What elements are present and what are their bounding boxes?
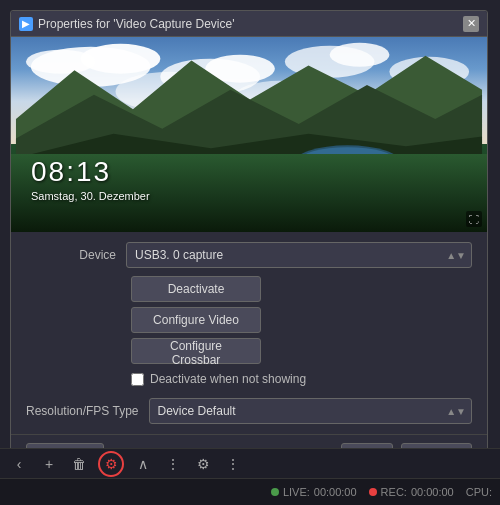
device-select-wrapper: USB3. 0 capture ▲▼ — [126, 242, 472, 268]
dialog-content: Device USB3. 0 capture ▲▼ Deactivate Con… — [11, 232, 487, 434]
rec-label: REC: — [381, 486, 407, 498]
bottom-toolbar: ‹ + 🗑 ⚙ ∧ ⋮ ⚙ ⋮ — [0, 448, 500, 478]
gear-active-button[interactable]: ⚙ — [98, 451, 124, 477]
dialog-close-button[interactable]: ✕ — [463, 16, 479, 32]
toolbar-up-button[interactable]: ∧ — [132, 453, 154, 475]
resolution-row: Resolution/FPS Type Device Default ▲▼ — [26, 398, 472, 424]
live-dot — [271, 488, 279, 496]
date-display: Samstag, 30. Dezember — [31, 190, 150, 202]
deactivate-checkbox-row: Deactivate when not showing — [26, 372, 472, 386]
rec-dot — [369, 488, 377, 496]
dialog-titlebar: ▶ Properties for 'Video Capture Device' … — [11, 11, 487, 37]
configure-video-button[interactable]: Configure Video — [131, 307, 261, 333]
more2-icon: ⋮ — [226, 456, 240, 472]
resolution-select-wrapper: Device Default ▲▼ — [149, 398, 472, 424]
time-overlay: 08:13 Samstag, 30. Dezember — [31, 156, 150, 202]
resolution-select[interactable]: Device Default — [149, 398, 472, 424]
configure-crossbar-button[interactable]: Configure Crossbar — [131, 338, 261, 364]
chevron-left-icon: ‹ — [17, 456, 22, 472]
device-row: Device USB3. 0 capture ▲▼ — [26, 242, 472, 268]
device-select[interactable]: USB3. 0 capture — [126, 242, 472, 268]
properties-dialog: ▶ Properties for 'Video Capture Device' … — [10, 10, 488, 460]
gear-button-wrapper: ⚙ — [98, 451, 124, 477]
rec-time: 00:00:00 — [411, 486, 454, 498]
toolbar-add-button[interactable]: + — [38, 453, 60, 475]
cpu-label: CPU: — [466, 486, 492, 498]
action-buttons-row: Deactivate Configure Video Configure Cro… — [26, 276, 472, 364]
preview-landscape — [11, 37, 487, 232]
live-time: 00:00:00 — [314, 486, 357, 498]
cpu-status: CPU: — [466, 486, 492, 498]
title-icon: ▶ — [19, 17, 33, 31]
gear-icon: ⚙ — [105, 456, 118, 472]
deactivate-button[interactable]: Deactivate — [131, 276, 261, 302]
time-display: 08:13 — [31, 156, 150, 188]
video-preview: 08:13 Samstag, 30. Dezember ⛶ — [11, 37, 487, 232]
toolbar-settings-button[interactable]: ⚙ — [192, 453, 214, 475]
preview-corner-icon: ⛶ — [466, 211, 482, 227]
dialog-title: ▶ Properties for 'Video Capture Device' — [19, 17, 234, 31]
toolbar-more-button[interactable]: ⋮ — [162, 453, 184, 475]
dialog-title-text: Properties for 'Video Capture Device' — [38, 17, 234, 31]
deactivate-checkbox-label: Deactivate when not showing — [150, 372, 306, 386]
app-background: ▶ Properties for 'Video Capture Device' … — [0, 0, 500, 505]
up-icon: ∧ — [138, 456, 148, 472]
status-bar: LIVE: 00:00:00 REC: 00:00:00 CPU: — [0, 478, 500, 505]
toolbar-chevron-left-button[interactable]: ‹ — [8, 453, 30, 475]
live-label: LIVE: — [283, 486, 310, 498]
toolbar-delete-button[interactable]: 🗑 — [68, 453, 90, 475]
trash-icon: 🗑 — [72, 456, 86, 472]
add-icon: + — [45, 456, 53, 472]
settings-icon: ⚙ — [197, 456, 210, 472]
deactivate-checkbox[interactable] — [131, 373, 144, 386]
more-icon: ⋮ — [166, 456, 180, 472]
status-live: LIVE: 00:00:00 — [271, 486, 357, 498]
device-label: Device — [26, 248, 116, 262]
status-rec: REC: 00:00:00 — [369, 486, 454, 498]
resolution-label: Resolution/FPS Type — [26, 404, 139, 418]
toolbar-more2-button[interactable]: ⋮ — [222, 453, 244, 475]
